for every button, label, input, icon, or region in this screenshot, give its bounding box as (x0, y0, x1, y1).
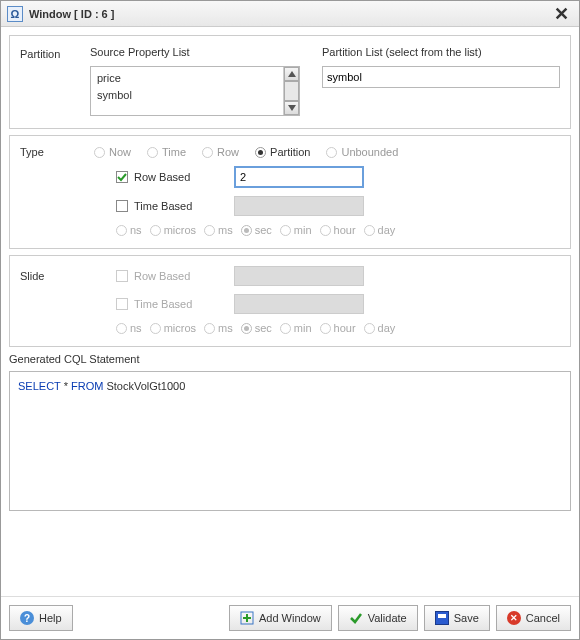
unit-micros: micros (150, 224, 196, 236)
help-icon: ? (20, 611, 34, 625)
slide-row-based-checkbox (116, 270, 128, 282)
slide-unit-hour: hour (320, 322, 356, 334)
slide-unit-min: min (280, 322, 312, 334)
time-based-label: Time Based (134, 200, 234, 212)
type-time-units: ns micros ms sec min hour day (20, 224, 560, 236)
slide-label: Slide (20, 270, 68, 282)
slide-unit-micros: micros (150, 322, 196, 334)
help-button[interactable]: ? Help (9, 605, 73, 631)
cql-label: Generated CQL Statement (9, 353, 571, 365)
cancel-icon: ✕ (507, 611, 521, 625)
type-panel: Type Now Time Row Partition Unbounded Ro… (9, 135, 571, 249)
unit-ns: ns (116, 224, 142, 236)
slide-row-based-label: Row Based (134, 270, 234, 282)
save-icon (435, 611, 449, 625)
partition-list-label: Partition List (select from the list) (322, 46, 560, 58)
slide-unit-day: day (364, 322, 396, 334)
slide-time-based-input (234, 294, 364, 314)
slide-unit-ns: ns (116, 322, 142, 334)
partition-label: Partition (20, 48, 60, 60)
cql-section: Generated CQL Statement SELECT * FROM St… (9, 353, 571, 588)
list-item[interactable]: price (95, 71, 279, 85)
validate-button[interactable]: Validate (338, 605, 418, 631)
dialog-footer: ? Help Add Window Validate Save ✕ Cancel (1, 596, 579, 639)
scrollbar[interactable] (283, 67, 299, 115)
time-based-checkbox[interactable] (116, 200, 128, 212)
slide-time-based-label: Time Based (134, 298, 234, 310)
cancel-button[interactable]: ✕ Cancel (496, 605, 571, 631)
row-based-input[interactable] (234, 166, 364, 188)
row-based-checkbox[interactable] (116, 171, 128, 183)
add-window-icon (240, 611, 254, 625)
unit-sec: sec (241, 224, 272, 236)
radio-partition[interactable]: Partition (255, 146, 310, 158)
slide-time-based-checkbox (116, 298, 128, 310)
unit-min: min (280, 224, 312, 236)
slide-time-units: ns micros ms sec min hour day (20, 322, 560, 334)
radio-time[interactable]: Time (147, 146, 186, 158)
radio-row[interactable]: Row (202, 146, 239, 158)
source-property-label: Source Property List (90, 46, 300, 58)
unit-ms: ms (204, 224, 233, 236)
add-window-button[interactable]: Add Window (229, 605, 332, 631)
partition-list-input[interactable] (322, 66, 560, 88)
dialog-content: Partition Source Property List price sym… (1, 27, 579, 596)
close-icon[interactable]: ✕ (550, 3, 573, 25)
radio-now[interactable]: Now (94, 146, 131, 158)
cql-textarea[interactable]: SELECT * FROM StockVolGt1000 (9, 371, 571, 511)
omega-icon: Ω (7, 6, 23, 22)
scroll-track[interactable] (284, 81, 299, 101)
titlebar: Ω Window [ ID : 6 ] ✕ (1, 1, 579, 27)
save-button[interactable]: Save (424, 605, 490, 631)
row-based-label: Row Based (134, 171, 234, 183)
source-property-listbox[interactable]: price symbol (90, 66, 300, 116)
list-item[interactable]: symbol (95, 88, 279, 102)
cql-keyword: FROM (71, 380, 103, 392)
scroll-down-icon[interactable] (284, 101, 299, 115)
validate-icon (349, 611, 363, 625)
scroll-up-icon[interactable] (284, 67, 299, 81)
window-title: Window [ ID : 6 ] (29, 8, 114, 20)
slide-panel: Slide Row Based Time Based ns micros ms … (9, 255, 571, 347)
radio-unbounded[interactable]: Unbounded (326, 146, 398, 158)
window-dialog: Ω Window [ ID : 6 ] ✕ Partition Source P… (0, 0, 580, 640)
slide-unit-sec: sec (241, 322, 272, 334)
unit-hour: hour (320, 224, 356, 236)
cql-keyword: SELECT (18, 380, 61, 392)
unit-day: day (364, 224, 396, 236)
time-based-input (234, 196, 364, 216)
slide-unit-ms: ms (204, 322, 233, 334)
slide-row-based-input (234, 266, 364, 286)
type-label: Type (20, 146, 68, 158)
partition-panel: Partition Source Property List price sym… (9, 35, 571, 129)
